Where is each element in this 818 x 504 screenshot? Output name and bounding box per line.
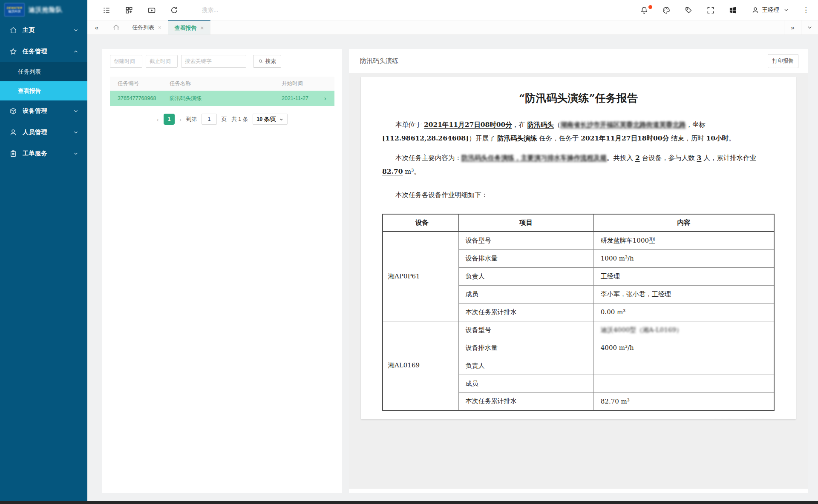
item-cell: 设备排水量 — [458, 249, 593, 267]
tag-icon[interactable] — [684, 6, 693, 14]
sidebar-item-device-mgmt[interactable]: 设备管理 — [0, 100, 87, 122]
chevron-right-icon: › — [324, 95, 334, 102]
item-cell: 设备型号 — [458, 321, 593, 339]
per-page-select[interactable]: 10 条/页 — [253, 114, 288, 125]
create-time-input[interactable] — [110, 55, 142, 68]
item-cell: 负责人 — [458, 267, 593, 285]
doc-text-segment: 任务，任务于 — [537, 135, 581, 142]
item-cell: 设备排水量 — [458, 339, 593, 357]
report-document: “防汛码头演练”任务报告 本单位于 2021年11月27日08时00分，在 防汛… — [361, 77, 796, 419]
sidebar-item-task-mgmt[interactable]: 任务管理 — [0, 41, 87, 62]
task-row[interactable]: 3765477768968 防汛码头演练 2021-11-27 › — [110, 91, 334, 106]
item-cell: 成员 — [458, 285, 593, 303]
doc-text-segment: 82.70 — [382, 167, 403, 175]
item-cell: 设备型号 — [458, 232, 593, 249]
content-cell: 4000 m³/h — [593, 339, 774, 357]
sidebar-item-work-order[interactable]: 工单服务 — [0, 143, 87, 164]
global-search-input[interactable] — [202, 7, 321, 13]
theme-palette-icon[interactable] — [662, 6, 671, 14]
end-time-input[interactable] — [146, 55, 178, 68]
current-page[interactable]: 1 — [164, 114, 175, 125]
goto-prefix: 到第 — [186, 116, 197, 123]
windows-icon[interactable] — [729, 6, 737, 14]
cube-icon — [9, 107, 17, 115]
doc-text-segment: ，坐标 — [686, 121, 706, 129]
doc-text-segment: 防汛码头演练 — [497, 134, 537, 142]
sidebar-item-personnel-mgmt[interactable]: 人员管理 — [0, 122, 87, 143]
col-start-time: 开始时间 — [282, 80, 324, 87]
tabs-scroll-right-icon[interactable]: » — [784, 20, 801, 34]
sidebar-item-label: 人员管理 — [23, 129, 73, 136]
search-button-label: 搜索 — [265, 58, 276, 65]
chevron-down-icon — [73, 151, 79, 157]
bell-icon[interactable] — [640, 6, 648, 14]
sidebar-item-label: 主页 — [23, 26, 73, 34]
doc-text-segment: ，在 — [512, 121, 527, 129]
grid-apps-icon[interactable] — [125, 6, 133, 14]
task-id: 3765477768968 — [118, 95, 170, 101]
print-report-button[interactable]: 打印报告 — [768, 54, 798, 68]
sidebar-item-task-list[interactable]: 任务列表 — [0, 62, 87, 81]
tabbar: « 任务列表 × 查看报告 × » — [87, 20, 818, 35]
tab-task-list[interactable]: 任务列表 × — [126, 20, 168, 34]
col-task-name: 任务名称 — [170, 80, 282, 87]
user-avatar-icon — [752, 6, 759, 14]
collapse-menu-icon[interactable] — [102, 6, 111, 14]
report-header: 防汛码头演练 打印报告 — [349, 49, 808, 73]
tabs-menu-icon[interactable] — [801, 20, 818, 34]
table-col-item: 项目 — [458, 214, 593, 232]
total-count: 共 1 条 — [231, 116, 248, 123]
report-title: 防汛码头演练 — [360, 57, 398, 65]
pagination: ‹ 1 › 到第 页 共 1 条 10 条/页 — [110, 114, 334, 125]
tab-home-icon[interactable] — [106, 20, 126, 34]
user-menu[interactable]: 王经理 — [752, 6, 790, 14]
topbar: 王经理 ⋮ — [87, 0, 818, 20]
fullscreen-icon[interactable] — [706, 6, 715, 14]
keyword-input[interactable] — [181, 55, 246, 68]
content-cell — [593, 375, 774, 392]
chevron-down-icon — [73, 129, 79, 135]
chevron-down-icon — [783, 7, 789, 13]
doc-text-segment: 10小时 — [706, 134, 729, 142]
table-col-device: 设备 — [383, 214, 458, 232]
chevron-down-icon — [279, 117, 284, 122]
doc-text-segment: 本单位于 — [395, 121, 424, 129]
document-title: “防汛码头演练”任务报告 — [382, 91, 775, 105]
tabs-scroll-left-icon[interactable]: « — [87, 20, 106, 34]
topbar-right: 王经理 ⋮ — [626, 6, 810, 14]
close-icon[interactable]: × — [201, 25, 204, 31]
prev-page-icon[interactable]: ‹ — [157, 116, 159, 123]
doc-text-segment: 本次任务主要内容为： — [395, 154, 461, 162]
close-icon[interactable]: × — [158, 24, 161, 31]
sidebar-item-view-report[interactable]: 查看报告 — [0, 81, 87, 100]
item-cell: 负责人 — [458, 357, 593, 375]
notification-badge — [648, 5, 652, 9]
task-start-time: 2021-11-27 — [282, 95, 324, 101]
chevron-down-icon — [73, 27, 79, 33]
tab-view-report[interactable]: 查看报告 × — [168, 20, 211, 34]
doc-text-segment: 人，累计排水作业 — [701, 154, 756, 162]
doc-text-segment: 湖南省长沙市开福区芙蓉北路街道芙蓉北路 — [560, 120, 686, 129]
task-table-header: 任务编号 任务名称 开始时间 — [110, 77, 334, 91]
search-button[interactable]: 搜索 — [253, 55, 281, 68]
sidebar-item-home[interactable]: 主页 — [0, 20, 87, 41]
chevron-up-icon — [73, 49, 79, 54]
brand-area: DEWATER 迪沃科技 迪沃抢险队 — [0, 0, 87, 20]
report-preview-area: “防汛码头演练”任务报告 本单位于 2021年11月27日08时00分，在 防汛… — [349, 73, 808, 489]
doc-text-segment: m³。 — [403, 168, 421, 175]
search-icon — [258, 59, 263, 64]
col-task-id: 任务编号 — [118, 80, 170, 87]
report-panel: 防汛码头演练 打印报告 “防汛码头演练”任务报告 本单位于 2021年11月27… — [349, 49, 808, 493]
content-cell: 李小军，张小君，王经理 — [593, 285, 774, 303]
sidebar-item-label: 任务管理 — [23, 48, 73, 55]
tab-label: 任务列表 — [132, 24, 154, 32]
refresh-icon[interactable] — [170, 6, 179, 14]
goto-page-input[interactable] — [202, 114, 217, 125]
task-list-panel: 搜索 任务编号 任务名称 开始时间 3765477768968 防汛码头演练 2… — [102, 49, 342, 493]
more-options-icon[interactable]: ⋮ — [802, 6, 809, 14]
doc-text-segment: 台设备，参与人数 — [640, 154, 697, 162]
goto-suffix: 页 — [222, 116, 227, 123]
brand-name: DEWATER — [7, 6, 23, 9]
next-page-icon[interactable]: › — [179, 116, 181, 123]
video-icon[interactable] — [147, 6, 156, 14]
